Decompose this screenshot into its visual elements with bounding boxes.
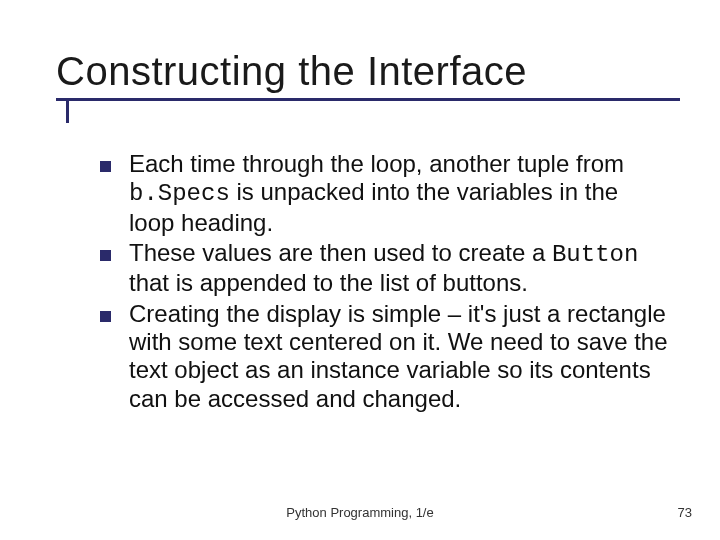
square-bullet-icon — [100, 311, 111, 322]
code-segment: Button — [552, 241, 638, 268]
code-segment: b.Specs — [129, 180, 230, 207]
list-item: These values are then used to create a B… — [100, 239, 670, 298]
square-bullet-icon — [100, 161, 111, 172]
list-item: Creating the display is simple – it's ju… — [100, 300, 670, 415]
list-item: Each time through the loop, another tupl… — [100, 150, 670, 237]
slide: Constructing the Interface Each time thr… — [0, 0, 720, 540]
text-segment: These values are then used to create a — [129, 239, 552, 266]
text-segment: Creating the display is simple – it's ju… — [129, 300, 668, 412]
text-segment: Each time through the loop, another tupl… — [129, 150, 624, 177]
text-segment: that is appended to the list of buttons. — [129, 269, 528, 296]
title-underline — [56, 98, 680, 101]
footer-text: Python Programming, 1/e — [0, 505, 720, 520]
body-area: Each time through the loop, another tupl… — [100, 150, 670, 417]
bullet-text: These values are then used to create a B… — [129, 239, 670, 298]
bullet-text: Creating the display is simple – it's ju… — [129, 300, 670, 415]
bullet-text: Each time through the loop, another tupl… — [129, 150, 670, 237]
title-tick — [66, 101, 69, 123]
slide-title: Constructing the Interface — [56, 50, 680, 92]
title-area: Constructing the Interface — [56, 50, 680, 123]
square-bullet-icon — [100, 250, 111, 261]
page-number: 73 — [678, 505, 692, 520]
